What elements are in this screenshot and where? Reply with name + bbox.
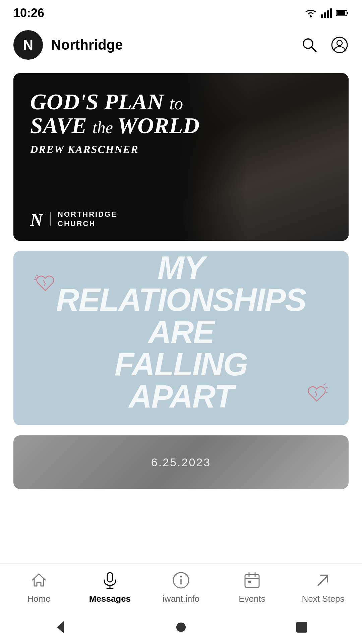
svg-rect-25 (245, 575, 259, 587)
nav-label-messages: Messages (89, 594, 131, 604)
nav-item-home[interactable]: Home (3, 570, 74, 604)
app-header: N Northridge (0, 23, 362, 66)
card-1-church-name: NORTHRIDGECHURCH (58, 210, 117, 229)
card-gods-plan[interactable]: GOD'S PLAN to SAVE the WORLD DREW KARSCH… (13, 73, 349, 241)
card-1-title: GOD'S PLAN to SAVE the WORLD (30, 90, 199, 138)
info-icon (172, 571, 190, 589)
search-icon (300, 36, 318, 54)
signal-icon (321, 8, 332, 18)
bottom-nav: Home Messages iwant.info (0, 564, 362, 610)
card-relationships[interactable]: NEW SERIES 9.10.23 MY RELATIONSHIPS ARE … (13, 251, 349, 425)
svg-line-13 (35, 277, 37, 278)
broken-heart-left-icon (34, 271, 57, 294)
card-date[interactable]: 6.25.2023 (13, 435, 349, 489)
microphone-icon (102, 571, 118, 589)
card-1-church-logo: N NORTHRIDGECHURCH (30, 210, 117, 229)
profile-button[interactable] (330, 36, 349, 54)
svg-line-16 (323, 384, 326, 385)
svg-line-30 (318, 576, 327, 585)
nav-label-next-steps: Next Steps (302, 594, 344, 604)
svg-rect-6 (347, 12, 348, 14)
nav-label-home: Home (27, 594, 50, 604)
iwant-info-nav-icon (171, 570, 191, 590)
nav-item-events[interactable]: Events (217, 570, 288, 604)
main-content: GOD'S PLAN to SAVE the WORLD DREW KARSCH… (0, 66, 362, 556)
next-steps-nav-icon (313, 570, 333, 590)
home-nav-icon (29, 570, 49, 590)
svg-rect-1 (321, 14, 323, 18)
system-nav-bar (0, 610, 362, 644)
circle-home-icon (176, 622, 186, 633)
svg-rect-29 (248, 581, 251, 583)
nav-item-iwant-info[interactable]: iwant.info (145, 570, 217, 604)
card-1-author: DREW KARSCHNER (30, 143, 199, 156)
home-button[interactable] (169, 615, 193, 639)
app-logo[interactable]: N (13, 30, 43, 60)
search-button[interactable] (300, 36, 318, 54)
arrow-diagonal-icon (314, 571, 332, 589)
home-icon (30, 571, 48, 589)
status-bar: 10:26 (0, 0, 362, 23)
svg-rect-7 (337, 11, 345, 15)
recents-button[interactable] (290, 615, 313, 639)
messages-nav-icon (100, 570, 120, 590)
app-title: Northridge (51, 37, 123, 53)
svg-point-11 (337, 40, 342, 46)
svg-point-0 (310, 15, 312, 17)
wifi-icon (304, 8, 317, 18)
back-button[interactable] (49, 615, 72, 639)
events-nav-icon (242, 570, 262, 590)
svg-marker-31 (57, 621, 64, 633)
svg-rect-2 (324, 12, 326, 18)
svg-rect-19 (107, 573, 113, 582)
broken-heart-right-svg (305, 382, 328, 405)
back-icon (53, 620, 68, 635)
northridge-n-logo: N (30, 210, 44, 228)
svg-text:N: N (30, 210, 44, 228)
profile-icon (330, 36, 349, 54)
svg-rect-3 (327, 10, 329, 18)
nav-item-messages[interactable]: Messages (74, 570, 145, 604)
nav-label-events: Events (239, 594, 265, 604)
svg-rect-33 (296, 622, 307, 633)
header-right (300, 36, 349, 54)
svg-line-14 (36, 275, 38, 276)
status-time: 10:26 (13, 6, 44, 20)
card-1-text: GOD'S PLAN to SAVE the WORLD DREW KARSCH… (30, 90, 199, 156)
battery-icon (336, 9, 349, 17)
header-left: N Northridge (13, 30, 123, 60)
broken-heart-icon (34, 271, 57, 294)
nav-item-next-steps[interactable]: Next Steps (288, 570, 359, 604)
square-recents-icon (296, 621, 308, 633)
broken-heart-right-icon (305, 382, 328, 405)
card-2-title: MY RELATIONSHIPS ARE FALLING APART (56, 252, 306, 413)
status-icons (304, 8, 349, 18)
svg-point-32 (176, 623, 186, 632)
svg-line-17 (326, 387, 328, 388)
nav-label-iwant-info: iwant.info (163, 594, 199, 604)
svg-rect-4 (330, 8, 332, 18)
card-date-text: 6.25.2023 (151, 456, 211, 469)
svg-line-9 (311, 47, 316, 52)
svg-point-24 (180, 576, 182, 578)
calendar-icon (244, 571, 260, 589)
